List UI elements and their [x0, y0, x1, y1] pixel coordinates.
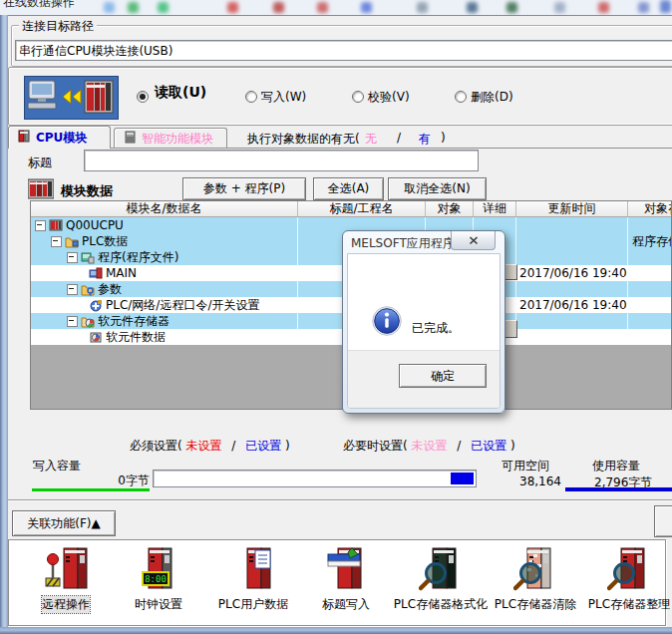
table-cell: [628, 249, 672, 265]
column-header[interactable]: 对象: [426, 201, 474, 216]
tool-label: PLC存储器格式化: [394, 596, 488, 613]
tab-cpu-module[interactable]: CPU模块: [8, 126, 111, 149]
connection-path-field[interactable]: 串行通信CPU模块连接(USB): [15, 40, 672, 61]
remote-operation-icon: [44, 546, 88, 594]
table-cell: [628, 329, 672, 345]
row-name: 程序(程序文件): [98, 249, 178, 265]
radio-verify[interactable]: [352, 91, 364, 103]
column-header[interactable]: 详细: [474, 201, 516, 216]
tab-cpu-module-label: CPU模块: [36, 130, 87, 147]
exec-target-prefix: 执行对象数据的有无(: [247, 131, 360, 148]
tree-expand-toggle[interactable]: [51, 236, 62, 247]
table-cell: [628, 217, 672, 233]
ok-button[interactable]: 确定: [399, 364, 487, 388]
tool-remote-operation[interactable]: 远程操作: [18, 546, 114, 622]
tool-clock-setting[interactable]: 8:00时钟设置: [111, 546, 206, 622]
optional-not-set: 未设置: [412, 439, 448, 453]
plc-data-icon: [65, 234, 79, 248]
tool-label: 时钟设置: [135, 596, 182, 613]
optional-setting-legend: 必要时设置( 未设置 / 已设置 ): [343, 438, 515, 455]
tool-plc-memory-clear[interactable]: PLC存储器清除: [488, 546, 583, 622]
table-cell: [516, 313, 628, 329]
used-capacity-label: 使用容量: [592, 458, 640, 475]
write-capacity-value: 0字节: [100, 473, 150, 489]
column-header[interactable]: 更新时间: [516, 201, 628, 216]
related-functions-button[interactable]: 关联功能(F)▲: [12, 510, 116, 536]
tree-expand-toggle[interactable]: [67, 284, 78, 295]
table-cell: [516, 329, 628, 345]
window-left-border: [0, 15, 8, 634]
write-capacity-gauge-fill: [451, 473, 474, 484]
radio-write[interactable]: [245, 91, 257, 103]
exec-target-none: 无: [365, 131, 377, 148]
row-name: PLC数据: [82, 233, 128, 249]
table-cell: [516, 233, 628, 249]
device-memory-icon: [81, 314, 95, 328]
device-data-icon: [89, 330, 103, 344]
row-name: 软元件数据: [106, 329, 166, 345]
parameter-icon: [81, 282, 95, 296]
close-button-clipped[interactable]: [654, 505, 672, 537]
tab-intelligent-module[interactable]: 智能功能模块: [114, 128, 227, 149]
table-cell: [516, 249, 628, 265]
dialog-close-button[interactable]: [451, 231, 496, 250]
tool-plc-memory-format[interactable]: PLC存储器格式化: [393, 546, 489, 622]
plc-memory-arrange-icon: [607, 546, 651, 594]
table-cell: [516, 217, 628, 233]
free-space-label: 可用空间: [502, 458, 549, 475]
tree-expand-toggle[interactable]: [67, 252, 78, 263]
tree-expand-toggle[interactable]: [67, 316, 78, 327]
program-icon: [81, 250, 95, 264]
used-capacity-underline: [565, 487, 672, 491]
network-param-icon: [89, 298, 103, 312]
select-all-button[interactable]: 全选(A): [313, 177, 384, 200]
plc-memory-format-icon: [419, 546, 463, 594]
table-cell: [628, 297, 672, 313]
row-name: MAIN: [106, 265, 137, 281]
tool-plc-user-data[interactable]: PLC用户数据: [205, 546, 301, 622]
column-header[interactable]: 标题/工程名: [298, 201, 426, 216]
table-header: 模块名/数据名标题/工程名对象详细更新时间对象存储器: [31, 201, 671, 217]
plc-user-data-icon: [231, 546, 275, 594]
close-icon: [469, 236, 479, 245]
tree-expand-toggle[interactable]: [35, 220, 46, 231]
intelligent-module-tab-icon: [124, 131, 137, 147]
cpu-module-tab-icon: [18, 130, 31, 146]
table-cell: [628, 265, 672, 281]
column-header[interactable]: 模块名/数据名: [31, 201, 298, 216]
tool-title-write[interactable]: 标题写入: [298, 546, 394, 622]
required-setting-legend: 必须设置( 未设置 / 已设置 ): [130, 438, 290, 455]
cpu-icon: [49, 218, 63, 232]
related-functions-panel: 远程操作8:00时钟设置PLC用户数据标题写入PLC存储器格式化PLC存储器清除…: [8, 539, 666, 626]
radio-delete-label: 删除(D): [471, 89, 513, 106]
svg-text:8:00: 8:00: [145, 574, 167, 584]
title-input[interactable]: [84, 150, 479, 171]
melsoft-dialog-title: MELSOFT应用程序: [351, 235, 455, 252]
melsoft-message-dialog: MELSOFT应用程序 已完成。 确定: [342, 230, 505, 414]
tool-label: PLC用户数据: [218, 596, 288, 613]
melsoft-dialog-body: 已完成。 确定: [347, 253, 501, 409]
footer-separator: [8, 499, 672, 501]
tool-label: PLC存储器清除: [495, 596, 576, 613]
table-cell: [628, 313, 672, 329]
cancel-select-all-button[interactable]: 取消全选(N): [388, 177, 487, 200]
radio-read[interactable]: [137, 91, 149, 103]
tab-intelligent-module-label: 智能功能模块: [142, 131, 213, 148]
column-header[interactable]: 对象存储器: [628, 201, 672, 216]
optional-prefix: 必要时设置(: [343, 439, 408, 453]
tool-plc-memory-arrange[interactable]: PLC存储器整理: [581, 546, 672, 622]
tool-label: PLC存储器整理: [588, 596, 670, 613]
row-name: Q00UCPU: [66, 217, 124, 233]
module-data-label: 模块数据: [61, 182, 113, 200]
dialog-window: 连接目标路径 串行通信CPU模块连接(USB): [0, 15, 672, 634]
exec-target-slash: /: [397, 131, 401, 145]
operation-toolbar: 读取(U) 写入(W) 校验(V) 删除(D): [8, 67, 672, 126]
param-program-button[interactable]: 参数 + 程序(P): [182, 177, 306, 200]
exec-target-has: 有: [419, 131, 431, 148]
radio-delete[interactable]: [455, 91, 467, 103]
row-name: 软元件存储器: [98, 313, 169, 329]
connection-path-value: 串行通信CPU模块连接(USB): [19, 44, 172, 58]
table-cell: 程序存储器: [628, 233, 672, 249]
radio-read-label: 读取(U): [155, 84, 206, 102]
online-data-operation-screen: { "window": { "title": "在线数据操作" }, "conn…: [0, 0, 672, 634]
